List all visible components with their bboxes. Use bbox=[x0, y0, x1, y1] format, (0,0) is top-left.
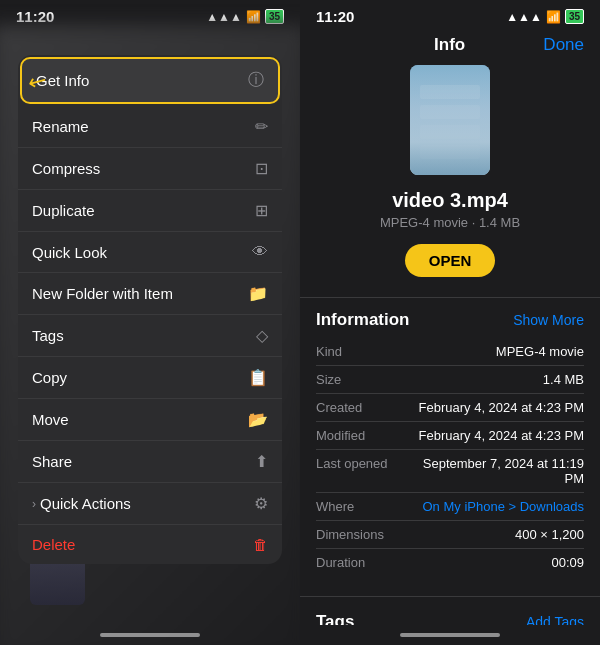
context-menu: Get Info ⓘ Rename ✏ Compress ⊡ Duplicate… bbox=[18, 55, 282, 564]
status-icons-right: ▲▲▲ 📶 35 bbox=[506, 9, 584, 24]
duration-value: 00:09 bbox=[406, 548, 584, 576]
info-row-kind: Kind MPEG-4 movie bbox=[316, 338, 584, 366]
menu-item-quick-actions[interactable]: › Quick Actions ⚙ bbox=[18, 483, 282, 525]
info-row-where: Where On My iPhone > Downloads bbox=[316, 492, 584, 520]
info-row-modified: Modified February 4, 2024 at 4:23 PM bbox=[316, 421, 584, 449]
signal-icon-left: ▲▲▲ bbox=[206, 10, 242, 24]
duplicate-label: Duplicate bbox=[32, 202, 255, 219]
svg-rect-4 bbox=[420, 145, 480, 159]
wifi-icon-left: 📶 bbox=[246, 10, 261, 24]
menu-item-new-folder[interactable]: New Folder with Item 📁 bbox=[18, 273, 282, 315]
left-panel: 11:20 ▲▲▲ 📶 35 ↙ Get Info ⓘ Rename ✏ Com… bbox=[0, 0, 300, 645]
menu-item-quicklook[interactable]: Quick Look 👁 bbox=[18, 232, 282, 273]
show-more-button[interactable]: Show More bbox=[513, 312, 584, 328]
get-info-label: Get Info bbox=[36, 72, 248, 89]
duplicate-icon: ⊞ bbox=[255, 201, 268, 220]
copy-icon: 📋 bbox=[248, 368, 268, 387]
tags-section-header: Tags Add Tags bbox=[316, 612, 584, 625]
new-folder-label: New Folder with Item bbox=[32, 285, 248, 302]
menu-item-copy[interactable]: Copy 📋 bbox=[18, 357, 282, 399]
time-right: 11:20 bbox=[316, 8, 354, 25]
file-meta: MPEG-4 movie · 1.4 MB bbox=[316, 215, 584, 230]
svg-rect-0 bbox=[410, 65, 490, 175]
information-section-header: Information Show More bbox=[316, 310, 584, 330]
menu-item-rename[interactable]: Rename ✏ bbox=[18, 106, 282, 148]
menu-item-delete[interactable]: Delete 🗑 bbox=[18, 525, 282, 564]
quicklook-label: Quick Look bbox=[32, 244, 252, 261]
tags-icon: ◇ bbox=[256, 326, 268, 345]
svg-rect-1 bbox=[420, 85, 480, 99]
compress-icon: ⊡ bbox=[255, 159, 268, 178]
menu-item-move[interactable]: Move 📂 bbox=[18, 399, 282, 441]
information-title: Information bbox=[316, 310, 410, 330]
add-tags-button[interactable]: Add Tags bbox=[526, 614, 584, 625]
info-row-duration: Duration 00:09 bbox=[316, 548, 584, 576]
size-value: 1.4 MB bbox=[406, 365, 584, 393]
quick-actions-icon: ⚙ bbox=[254, 494, 268, 513]
menu-item-compress[interactable]: Compress ⊡ bbox=[18, 148, 282, 190]
status-icons-left: ▲▲▲ 📶 35 bbox=[206, 9, 284, 24]
home-indicator-left bbox=[100, 633, 200, 637]
info-row-size: Size 1.4 MB bbox=[316, 365, 584, 393]
where-value[interactable]: On My iPhone > Downloads bbox=[406, 492, 584, 520]
time-left: 11:20 bbox=[16, 8, 54, 25]
info-title: Info bbox=[356, 35, 543, 55]
rename-label: Rename bbox=[32, 118, 255, 135]
wifi-icon-right: 📶 bbox=[546, 10, 561, 24]
modified-label: Modified bbox=[316, 421, 406, 449]
status-bar-right: 11:20 ▲▲▲ 📶 35 bbox=[300, 0, 600, 29]
signal-icon-right: ▲▲▲ bbox=[506, 10, 542, 24]
dimensions-value: 400 × 1,200 bbox=[406, 520, 584, 548]
svg-rect-3 bbox=[420, 125, 480, 139]
done-button[interactable]: Done bbox=[543, 35, 584, 55]
created-value: February 4, 2024 at 4:23 PM bbox=[406, 393, 584, 421]
where-label: Where bbox=[316, 492, 406, 520]
duration-label: Duration bbox=[316, 548, 406, 576]
battery-right: 35 bbox=[565, 9, 584, 24]
kind-value: MPEG-4 movie bbox=[406, 338, 584, 366]
quick-actions-label: Quick Actions bbox=[40, 495, 254, 512]
menu-item-tags[interactable]: Tags ◇ bbox=[18, 315, 282, 357]
menu-item-duplicate[interactable]: Duplicate ⊞ bbox=[18, 190, 282, 232]
delete-label: Delete bbox=[32, 536, 253, 553]
share-label: Share bbox=[32, 453, 255, 470]
move-icon: 📂 bbox=[248, 410, 268, 429]
size-label: Size bbox=[316, 365, 406, 393]
info-row-last-opened: Last opened September 7, 2024 at 11:19 P… bbox=[316, 449, 584, 492]
compress-label: Compress bbox=[32, 160, 255, 177]
copy-label: Copy bbox=[32, 369, 248, 386]
delete-icon: 🗑 bbox=[253, 536, 268, 553]
new-folder-icon: 📁 bbox=[248, 284, 268, 303]
info-row-created: Created February 4, 2024 at 4:23 PM bbox=[316, 393, 584, 421]
kind-label: Kind bbox=[316, 338, 406, 366]
home-indicator-right bbox=[400, 633, 500, 637]
info-scroll-area[interactable]: video 3.mp4 MPEG-4 movie · 1.4 MB OPEN I… bbox=[300, 65, 600, 625]
right-panel: 11:20 ▲▲▲ 📶 35 Info Done bbox=[300, 0, 600, 645]
share-icon: ⬆ bbox=[255, 452, 268, 471]
info-header: Info Done bbox=[300, 29, 600, 65]
modified-value: February 4, 2024 at 4:23 PM bbox=[406, 421, 584, 449]
get-info-icon: ⓘ bbox=[248, 70, 264, 91]
tags-title: Tags bbox=[316, 612, 354, 625]
battery-left: 35 bbox=[265, 9, 284, 24]
dimensions-label: Dimensions bbox=[316, 520, 406, 548]
file-name: video 3.mp4 bbox=[316, 189, 584, 212]
menu-item-share[interactable]: Share ⬆ bbox=[18, 441, 282, 483]
video-thumbnail bbox=[410, 65, 490, 175]
quicklook-icon: 👁 bbox=[252, 243, 268, 261]
move-label: Move bbox=[32, 411, 248, 428]
last-opened-value: September 7, 2024 at 11:19 PM bbox=[406, 449, 584, 492]
quick-actions-chevron: › bbox=[32, 497, 36, 511]
info-row-dimensions: Dimensions 400 × 1,200 bbox=[316, 520, 584, 548]
last-opened-label: Last opened bbox=[316, 449, 406, 492]
open-button[interactable]: OPEN bbox=[405, 244, 496, 277]
menu-item-get-info[interactable]: Get Info ⓘ bbox=[20, 57, 280, 104]
rename-icon: ✏ bbox=[255, 117, 268, 136]
created-label: Created bbox=[316, 393, 406, 421]
svg-rect-2 bbox=[420, 105, 480, 119]
info-table: Kind MPEG-4 movie Size 1.4 MB Created Fe… bbox=[316, 338, 584, 576]
tags-label: Tags bbox=[32, 327, 256, 344]
